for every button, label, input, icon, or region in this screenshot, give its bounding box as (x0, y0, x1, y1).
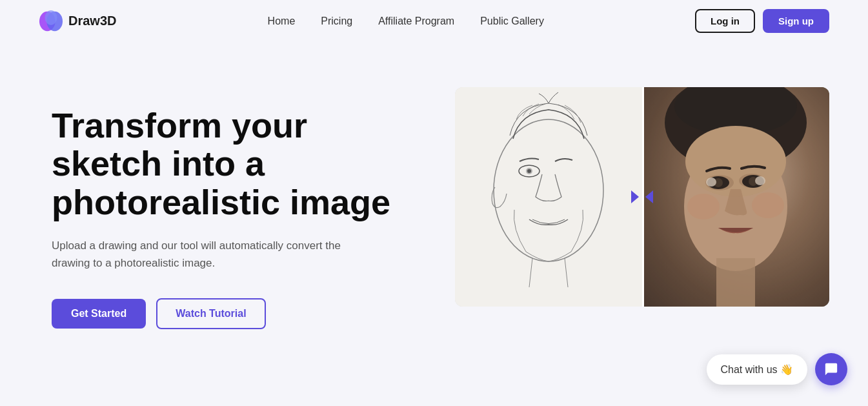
nav-affiliate[interactable]: Affiliate Program (378, 15, 454, 27)
svg-marker-25 (645, 190, 653, 203)
nav-gallery[interactable]: Public Gallery (480, 15, 544, 27)
hero-image (455, 87, 829, 307)
login-button[interactable]: Log in (695, 9, 755, 33)
svg-rect-3 (455, 87, 642, 307)
nav-pricing[interactable]: Pricing (321, 15, 352, 27)
svg-point-7 (527, 169, 531, 173)
chat-widget: Chat with us 👋 (707, 353, 847, 385)
nav-links: Home Pricing Affiliate Program Public Ga… (268, 15, 544, 27)
photo-face-overlay (642, 87, 829, 307)
chat-bubble-text: Chat with us 👋 (721, 363, 793, 376)
watch-tutorial-button[interactable]: Watch Tutorial (156, 298, 265, 329)
chat-bubble[interactable]: Chat with us 👋 (707, 354, 807, 385)
hero-image-area (400, 81, 829, 307)
svg-marker-24 (631, 190, 639, 203)
svg-rect-23 (642, 87, 829, 307)
photo-half (642, 87, 829, 307)
hero-section: Transform your sketch into a photorealis… (0, 42, 868, 403)
hero-buttons: Get Started Watch Tutorial (52, 298, 400, 329)
logo-text: Draw3D (68, 14, 116, 28)
chat-icon (824, 362, 838, 376)
split-arrows (626, 187, 658, 207)
svg-point-2 (45, 10, 57, 25)
navbar: Draw3D Home Pricing Affiliate Program Pu… (0, 0, 868, 42)
split-image (455, 87, 829, 307)
signup-button[interactable]: Sign up (763, 9, 829, 33)
hero-subtitle: Upload a drawing and our tool will autom… (52, 237, 342, 272)
nav-actions: Log in Sign up (695, 9, 829, 33)
chat-button[interactable] (815, 353, 847, 385)
hero-content: Transform your sketch into a photorealis… (52, 81, 400, 329)
logo-icon (39, 9, 63, 34)
face-sketch-svg (455, 87, 642, 307)
logo[interactable]: Draw3D (39, 9, 116, 34)
nav-home[interactable]: Home (268, 15, 296, 27)
get-started-button[interactable]: Get Started (52, 299, 146, 329)
sketch-half (455, 87, 642, 307)
hero-title: Transform your sketch into a photorealis… (52, 107, 400, 221)
